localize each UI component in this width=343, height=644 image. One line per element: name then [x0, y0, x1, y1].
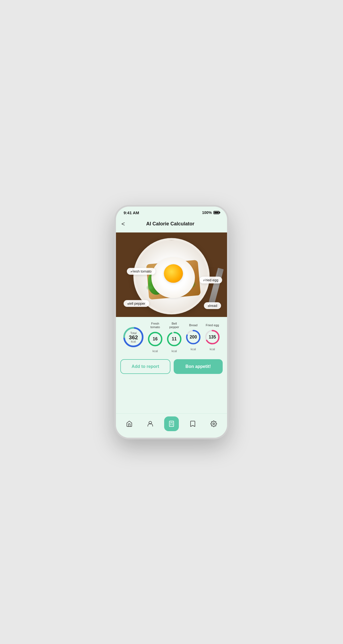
nav-calculator[interactable]: [164, 416, 179, 431]
egg-circle: 135: [204, 329, 220, 345]
calorie-bread: Bread 200 kcal: [185, 323, 201, 351]
status-right: 100%: [202, 210, 219, 215]
label-fried-egg: Fried egg: [200, 277, 222, 283]
back-button[interactable]: <: [121, 219, 127, 229]
add-to-report-button[interactable]: Add to report: [120, 359, 170, 374]
status-bar: 9:41 AM 100%: [116, 207, 227, 217]
nav-profile[interactable]: [143, 416, 158, 431]
header: < AI Calorie Calculator: [116, 217, 227, 232]
label-bell-pepper: Bell pepper: [124, 300, 149, 307]
settings-icon: [210, 421, 217, 427]
bookmark-icon: [190, 421, 196, 427]
home-icon: [126, 421, 133, 427]
svg-point-18: [213, 423, 215, 425]
bon-appetit-button[interactable]: Bon appetit!: [174, 359, 223, 374]
food-image: Fresh tomato Fried egg Bell pepper Bread: [116, 232, 227, 317]
person-icon: [147, 421, 154, 427]
nav-home[interactable]: [122, 416, 137, 431]
total-circle-text: Total 362 kcal: [129, 331, 138, 343]
content-area: Total 362 kcal Freshtomato 16: [116, 317, 227, 413]
svg-rect-12: [169, 421, 174, 427]
bread-circle: 200: [185, 329, 201, 345]
label-bread: Bread: [204, 302, 221, 309]
bottom-navigation: [116, 413, 227, 438]
egg-yolk: [164, 264, 183, 283]
action-buttons: Add to report Bon appetit!: [120, 355, 223, 377]
calorie-fried-egg: Fried egg 135 kcal: [204, 323, 220, 351]
calorie-total: Total 362 kcal: [122, 326, 144, 348]
fork: [208, 268, 223, 306]
status-time: 9:41 AM: [124, 210, 139, 215]
battery-icon: [213, 211, 219, 214]
battery-percent: 100%: [202, 210, 212, 215]
total-circle: Total 362 kcal: [122, 326, 144, 348]
calculator-icon: [168, 421, 175, 427]
calories-section: Total 362 kcal Freshtomato 16: [120, 317, 223, 355]
nav-bookmarks[interactable]: [185, 416, 200, 431]
calorie-fresh-tomato: Freshtomato 16 kcal: [147, 322, 163, 353]
nav-settings[interactable]: [206, 416, 221, 431]
label-fresh-tomato: Fresh tomato: [127, 268, 155, 275]
phone-frame: 9:41 AM 100% < AI Calorie Calculator: [114, 205, 229, 439]
calorie-bell-pepper: Bellpepper 11 kcal: [166, 322, 182, 353]
tomato-circle: 16: [147, 331, 163, 347]
pepper-circle: 11: [166, 331, 182, 347]
page-title: AI Calorie Calculator: [127, 221, 213, 227]
